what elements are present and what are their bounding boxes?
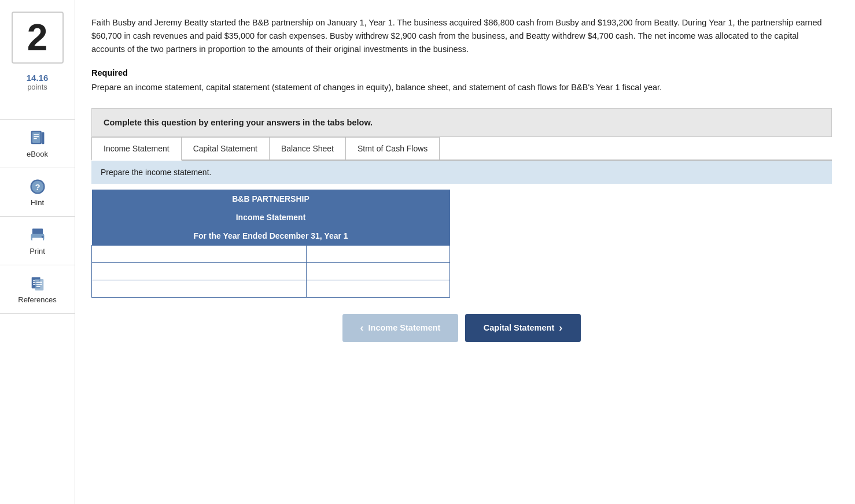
sidebar-references-label: References [18,295,56,304]
references-icon [28,275,47,293]
table-row [92,245,450,262]
tab-balance-sheet[interactable]: Balance Sheet [270,137,346,160]
table-row [92,280,450,297]
ebook-icon [28,129,47,147]
problem-text: Faith Busby and Jeremy Beatty started th… [91,16,832,57]
main-content: Faith Busby and Jeremy Beatty started th… [75,0,855,504]
sidebar-item-print[interactable]: Print [0,217,75,265]
tab-capital-statement-label: Capital Statement [193,144,257,153]
svg-rect-5 [41,132,44,144]
svg-rect-17 [35,279,43,290]
tab-income-statement[interactable]: Income Statement [91,137,182,161]
tab-income-statement-label: Income Statement [104,144,169,153]
sidebar-item-hint[interactable]: ? Hint [0,168,75,217]
svg-rect-3 [34,136,39,138]
question-number-box: 2 [12,12,64,64]
period-cell: For the Year Ended December 31, Year 1 [92,227,450,246]
value-cell-2 [307,262,450,280]
svg-rect-20 [36,286,40,287]
next-button-label: Capital Statement [484,323,554,332]
value-cell-3 [307,280,450,297]
value-cell-1 [307,245,450,262]
label-cell-3 [92,280,307,297]
points-label: points [27,83,49,91]
tab-capital-statement[interactable]: Capital Statement [182,137,270,160]
svg-rect-11 [32,238,42,242]
value-input-1[interactable] [307,246,449,262]
statement-title-cell: Income Statement [92,208,450,227]
value-input-3[interactable] [307,280,449,297]
svg-rect-1 [32,132,40,143]
tabs-container: Income Statement Capital Statement Balan… [91,137,832,161]
points-value: 14.16 [27,73,49,83]
next-chevron-right-icon [559,322,562,334]
value-input-2[interactable] [307,263,449,280]
hint-icon: ? [28,177,47,196]
statement-title-row: Income Statement [92,208,450,227]
prepare-instruction: Prepare the income statement. [91,161,832,184]
statement-table: B&B PARTNERSHIP Income Statement For the… [91,190,450,298]
sidebar-item-references[interactable]: References [0,265,75,314]
nav-buttons: Income Statement Capital Statement [91,314,832,354]
sidebar-ebook-label: eBook [27,150,48,158]
company-name-cell: B&B PARTNERSHIP [92,190,450,208]
required-label: Required [91,68,832,77]
sidebar-hint-label: Hint [31,198,44,207]
next-button[interactable]: Capital Statement [465,314,581,342]
svg-rect-18 [36,282,42,283]
sidebar: 2 14.16 points eBook ? Hin [0,0,75,504]
sidebar-print-label: Print [30,247,45,255]
prev-chevron-left-icon [360,322,364,334]
prev-button[interactable]: Income Statement [342,314,458,342]
label-cell-1 [92,245,307,262]
tab-stmt-cash-flows-label: Stmt of Cash Flows [358,144,428,153]
question-number: 2 [27,19,48,56]
label-input-3[interactable] [92,280,306,297]
required-description: Prepare an income statement, capital sta… [91,81,832,94]
company-name-row: B&B PARTNERSHIP [92,190,450,208]
period-row: For the Year Ended December 31, Year 1 [92,227,450,246]
svg-rect-19 [36,284,42,285]
instruction-box: Complete this question by entering your … [91,108,832,137]
label-cell-2 [92,262,307,280]
label-input-1[interactable] [92,246,306,262]
prepare-instruction-text: Prepare the income statement. [101,168,211,177]
svg-rect-4 [34,138,37,139]
svg-text:?: ? [35,183,40,192]
statement-table-wrapper: B&B PARTNERSHIP Income Statement For the… [91,190,450,298]
label-input-2[interactable] [92,263,306,280]
sidebar-item-ebook[interactable]: eBook [0,120,75,168]
tab-balance-sheet-label: Balance Sheet [281,144,334,153]
svg-rect-12 [41,236,43,238]
tab-stmt-cash-flows[interactable]: Stmt of Cash Flows [346,137,440,160]
table-row [92,262,450,280]
svg-rect-2 [34,134,39,135]
print-icon [28,226,47,244]
prev-button-label: Income Statement [368,323,441,332]
instruction-text: Complete this question by entering your … [104,118,373,127]
